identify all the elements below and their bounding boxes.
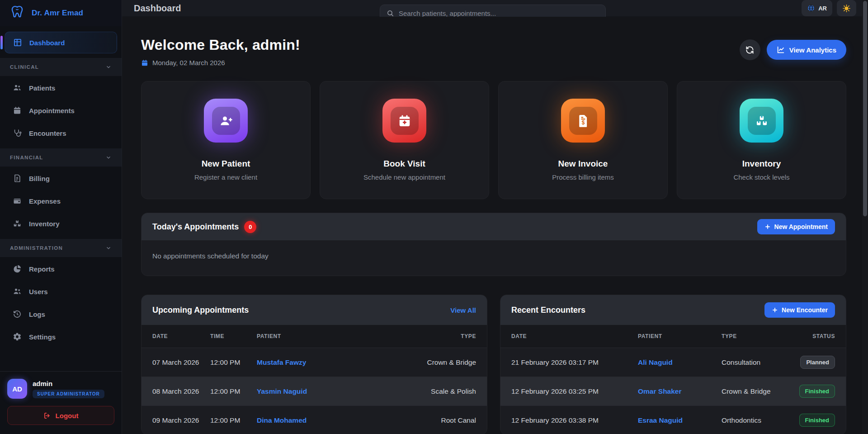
chevron-down-icon	[105, 245, 112, 251]
sidebar-item-encounters[interactable]: Encounters	[5, 122, 117, 144]
language-toggle-button[interactable]: AR	[802, 0, 832, 16]
scrollbar-thumb[interactable]	[863, 1, 867, 216]
column-header-patient: PATIENT	[257, 333, 381, 339]
calendar-date-icon	[141, 59, 148, 67]
sidebar-section-financial[interactable]: FINANCIAL	[0, 148, 122, 167]
sidebar-item-billing[interactable]: Billing	[5, 167, 117, 189]
sidebar-item-expenses[interactable]: Expenses	[5, 190, 117, 212]
sidebar-item-users[interactable]: Users	[5, 281, 117, 302]
section-label: CLINICAL	[10, 64, 39, 70]
new-encounter-label: New Encounter	[782, 306, 828, 314]
table-row[interactable]: 08 March 2026 12:00 PM Yasmin Naguid Sca…	[142, 377, 487, 405]
plus-icon	[772, 307, 778, 313]
column-header-date: DATE	[511, 333, 638, 339]
active-accent-bar	[0, 36, 3, 49]
sidebar-item-label: Appointments	[29, 107, 75, 114]
patient-link[interactable]: Ali Naguid	[638, 358, 722, 367]
current-date: Monday, 02 March 2026	[152, 59, 225, 67]
new-invoice-tile: $	[561, 99, 605, 143]
calendar-icon	[13, 106, 22, 115]
appointment-date: 09 March 2026	[152, 416, 210, 424]
quick-action-subtitle: Check stock levels	[733, 173, 789, 181]
appointment-time: 12:00 PM	[210, 358, 257, 367]
appointment-type: Scale & Polish	[381, 387, 476, 396]
table-row[interactable]: 12 February 2026 03:25 PM Omar Shaker Cr…	[500, 377, 846, 405]
appointment-type: Crown & Bridge	[381, 358, 476, 367]
search-input[interactable]	[399, 10, 599, 17]
new-appointment-button[interactable]: New Appointment	[757, 219, 835, 234]
section-label: ADMINISTRATION	[10, 245, 63, 251]
patient-link[interactable]: Esraa Naguid	[638, 416, 722, 424]
patient-link[interactable]: Dina Mohamed	[257, 416, 381, 424]
table-row[interactable]: 09 March 2026 12:00 PM Dina Mohamed Root…	[142, 405, 487, 434]
quick-action-inventory[interactable]: Inventory Check stock levels	[677, 81, 846, 199]
dashboard-content: Welcome Back, admin! Monday, 02 March 20…	[122, 17, 868, 434]
patient-link[interactable]: Omar Shaker	[638, 387, 722, 396]
upcoming-table-header: DATE TIME PATIENT TYPE	[142, 325, 487, 348]
column-header-time: TIME	[210, 333, 257, 339]
quick-action-subtitle: Register a new client	[194, 173, 257, 181]
inventory-tile	[740, 99, 783, 143]
sidebar-item-label: Inventory	[29, 220, 60, 228]
patient-link[interactable]: Mustafa Fawzy	[257, 358, 381, 367]
appointment-type: Root Canal	[381, 416, 476, 424]
table-row[interactable]: 12 February 2026 03:38 PM Esraa Naguid O…	[500, 405, 846, 434]
sidebar-item-patients[interactable]: Patients	[5, 77, 117, 99]
sidebar-item-inventory[interactable]: Inventory	[5, 213, 117, 234]
appointment-date: 07 March 2026	[152, 358, 210, 367]
user-plus-icon	[212, 107, 240, 135]
quick-action-title: Book Visit	[383, 159, 425, 169]
sidebar-section-administration[interactable]: ADMINISTRATION	[0, 239, 122, 257]
sidebar-item-label: Reports	[29, 265, 55, 273]
users-icon	[13, 83, 22, 92]
table-row[interactable]: 07 March 2026 12:00 PM Mustafa Fawzy Cro…	[142, 348, 487, 377]
tooth-logo-icon	[8, 4, 26, 22]
pie-chart-icon	[13, 264, 22, 273]
quick-action-subtitle: Schedule new appointment	[363, 173, 445, 181]
table-row[interactable]: 21 February 2026 03:17 PM Ali Naguid Con…	[500, 348, 846, 377]
theme-toggle-button[interactable]	[837, 0, 856, 16]
upcoming-appointments-panel: Upcoming Appointments View All DATE TIME…	[141, 295, 487, 434]
sidebar-item-label: Patients	[29, 84, 55, 92]
sidebar-nav: Dashboard CLINICAL Patients Appointments	[0, 26, 122, 371]
quick-action-new-patient[interactable]: New Patient Register a new client	[141, 81, 311, 199]
encounter-type: Orthodontics	[722, 416, 781, 424]
view-all-link[interactable]: View All	[450, 306, 476, 314]
quick-action-book-visit[interactable]: Book Visit Schedule new appointment	[320, 81, 489, 199]
refresh-button[interactable]	[740, 39, 760, 60]
quick-action-title: New Invoice	[558, 159, 608, 169]
svg-text:$: $	[581, 119, 585, 126]
view-analytics-button[interactable]: View Analytics	[767, 40, 846, 60]
sidebar-item-settings[interactable]: Settings	[5, 326, 117, 348]
sidebar-item-label: Expenses	[29, 197, 61, 205]
search-icon	[387, 10, 394, 17]
quick-action-new-invoice[interactable]: $ New Invoice Process billing items	[498, 81, 668, 199]
new-encounter-button[interactable]: New Encounter	[764, 302, 835, 318]
user-name: admin	[33, 380, 104, 387]
sidebar-item-logs[interactable]: Logs	[5, 303, 117, 325]
sidebar-item-appointments[interactable]: Appointments	[5, 100, 117, 121]
appointment-time: 12:00 PM	[210, 416, 257, 424]
upcoming-appointments-title: Upcoming Appointments	[152, 305, 249, 315]
sidebar-section-clinical[interactable]: CLINICAL	[0, 58, 122, 76]
appointment-time: 12:00 PM	[210, 387, 257, 396]
refresh-icon	[745, 46, 754, 54]
column-header-type: TYPE	[722, 333, 781, 339]
sidebar-item-reports[interactable]: Reports	[5, 258, 117, 280]
patient-link[interactable]: Yasmin Naguid	[257, 387, 381, 396]
column-header-type: TYPE	[381, 333, 476, 339]
status-badge: Finished	[799, 385, 835, 398]
sidebar-item-label: Billing	[29, 175, 50, 182]
column-header-status: STATUS	[781, 333, 835, 339]
book-visit-tile	[382, 99, 426, 143]
role-badge: SUPER ADMINISTRATOR	[33, 390, 104, 398]
page-scrollbar[interactable]	[862, 0, 868, 434]
invoice-icon	[13, 174, 22, 183]
logout-button[interactable]: Logout	[7, 406, 114, 425]
boxes-icon	[13, 219, 22, 228]
sidebar-item-dashboard[interactable]: Dashboard	[5, 32, 117, 53]
quick-actions: New Patient Register a new client Book V…	[141, 81, 846, 199]
new-appointment-label: New Appointment	[774, 223, 828, 230]
avatar[interactable]: AD	[7, 379, 27, 399]
encounter-date: 12 February 2026 03:38 PM	[511, 416, 638, 424]
